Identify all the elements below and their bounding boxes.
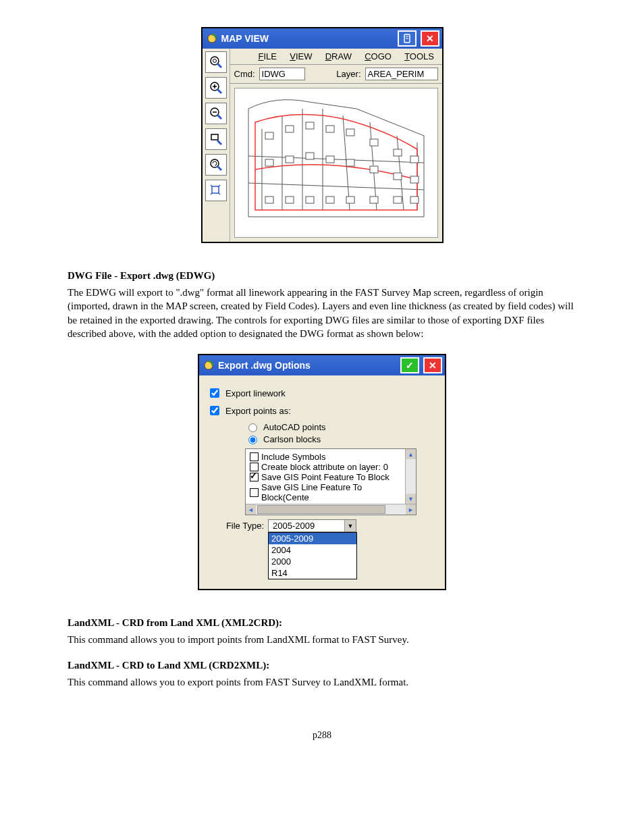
zoom-previous-button[interactable] [205, 154, 227, 176]
svg-rect-41 [394, 197, 402, 203]
autocad-points-label: AutoCAD points [263, 422, 326, 432]
file-type-dropdown[interactable]: 2005-2009 ▼ [268, 519, 356, 532]
list-item-label: Save GIS Line Feature To Block(Cente [261, 482, 404, 502]
svg-rect-35 [265, 197, 273, 203]
scroll-left-icon[interactable]: ◄ [246, 504, 256, 515]
zoom-window-button[interactable] [205, 128, 227, 150]
toolbar [203, 49, 230, 242]
dropdown-option[interactable]: 2005-2009 [269, 533, 356, 544]
file-type-value: 2005-2009 [269, 520, 344, 531]
svg-point-6 [213, 59, 216, 63]
cancel-button[interactable]: ✕ [423, 357, 442, 373]
svg-rect-27 [265, 159, 273, 166]
section-heading-xml2crd: LandXML - CRD from Land XML (XML2CRD): [68, 617, 576, 629]
svg-rect-29 [306, 153, 314, 159]
cmd-input[interactable] [259, 68, 305, 80]
svg-rect-37 [306, 197, 314, 203]
vertical-scrollbar[interactable]: ▲ ▼ [405, 449, 416, 504]
svg-rect-31 [346, 159, 354, 166]
map-canvas[interactable] [234, 88, 438, 238]
svg-rect-38 [326, 197, 334, 203]
carlson-blocks-label: Carlson blocks [263, 434, 321, 444]
app-icon [207, 33, 217, 44]
svg-line-15 [217, 140, 221, 145]
svg-rect-42 [410, 197, 419, 203]
close-button[interactable]: ✕ [421, 30, 439, 47]
svg-rect-24 [370, 139, 378, 146]
svg-rect-32 [370, 166, 378, 173]
svg-rect-26 [410, 156, 419, 163]
svg-rect-33 [394, 173, 402, 180]
dropdown-option[interactable]: 2000 [269, 556, 356, 567]
list-item-label: Create block attribute on layer: 0 [261, 462, 388, 472]
dropdown-option[interactable]: 2004 [269, 544, 356, 556]
app-icon [203, 360, 214, 371]
svg-rect-23 [346, 129, 354, 136]
scroll-up-icon[interactable]: ▲ [406, 449, 416, 459]
svg-rect-39 [346, 197, 354, 203]
window-title: MAP VIEW [221, 33, 394, 44]
zoom-in-button[interactable] [205, 77, 227, 99]
dropdown-option[interactable]: R14 [269, 567, 356, 579]
export-linework-label: Export linework [225, 388, 286, 398]
svg-rect-20 [286, 126, 294, 132]
map-view-window: MAP VIEW ✕ FILE VIEW DRAW COGO TOOLS [201, 27, 444, 243]
menu-draw[interactable]: DRAW [325, 51, 352, 61]
dialog-title: Export .dwg Options [218, 360, 396, 371]
list-item-label: Include Symbols [261, 452, 325, 462]
svg-line-13 [217, 115, 221, 119]
cmd-label: Cmd: [234, 69, 255, 79]
zoom-out-button[interactable] [205, 103, 227, 124]
svg-line-17 [217, 166, 221, 170]
menu-tools[interactable]: TOOLS [404, 51, 434, 61]
svg-rect-14 [211, 134, 218, 140]
section-heading-edwg: DWG File - Export .dwg (EDWG) [68, 270, 576, 282]
menubar: FILE VIEW DRAW COGO TOOLS [230, 49, 442, 65]
svg-line-10 [217, 89, 221, 93]
zoom-extents-button[interactable] [205, 51, 227, 73]
svg-rect-21 [306, 122, 314, 129]
menu-view[interactable]: VIEW [290, 51, 312, 61]
horizontal-scrollbar[interactable]: ◄ ► [246, 504, 416, 515]
command-row: Cmd: Layer: [230, 65, 442, 84]
svg-rect-25 [394, 149, 402, 156]
export-dwg-dialog: Export .dwg Options ✓ ✕ Export linework … [198, 354, 446, 590]
menu-file[interactable]: FILE [259, 51, 277, 61]
export-points-checkbox[interactable] [210, 406, 219, 415]
options-listbox[interactable]: Include Symbols Create block attribute o… [245, 448, 417, 515]
layer-input[interactable] [365, 68, 438, 80]
autocad-points-radio[interactable] [248, 423, 257, 432]
svg-line-5 [217, 63, 221, 68]
export-points-label: Export points as: [225, 406, 291, 416]
menu-cogo[interactable]: COGO [365, 51, 392, 61]
scroll-down-icon[interactable]: ▼ [406, 494, 416, 504]
svg-rect-18 [212, 186, 219, 193]
layer-label: Layer: [336, 69, 360, 79]
svg-rect-36 [286, 197, 294, 203]
pan-button[interactable] [205, 180, 227, 201]
section-heading-crd2xml: LandXML - CRD to Land XML (CRD2XML): [68, 660, 576, 671]
titlebar: MAP VIEW ✕ [203, 28, 442, 49]
dialog-titlebar: Export .dwg Options ✓ ✕ [199, 355, 445, 375]
svg-rect-19 [265, 132, 273, 139]
scroll-right-icon[interactable]: ► [406, 504, 416, 515]
svg-rect-34 [410, 176, 419, 183]
svg-rect-30 [326, 156, 334, 163]
settings-button[interactable] [398, 30, 417, 47]
svg-rect-22 [326, 126, 334, 132]
svg-rect-40 [370, 197, 378, 203]
chevron-down-icon: ▼ [344, 520, 356, 531]
page-number: p288 [68, 730, 576, 741]
carlson-blocks-radio[interactable] [248, 436, 257, 444]
section-body-xml2crd: This command allows you to import points… [68, 633, 576, 646]
svg-rect-28 [286, 156, 294, 163]
ok-button[interactable]: ✓ [400, 357, 419, 373]
section-body-edwg: The EDWG will export to ".dwg" format al… [68, 286, 576, 340]
section-body-crd2xml: This command allows you to export points… [68, 675, 576, 689]
list-item-label: Save GIS Point Feature To Block [261, 472, 390, 482]
export-linework-checkbox[interactable] [210, 388, 219, 398]
file-type-label: File Type: [207, 521, 264, 531]
file-type-dropdown-list[interactable]: 2005-2009 2004 2000 R14 [268, 532, 357, 579]
